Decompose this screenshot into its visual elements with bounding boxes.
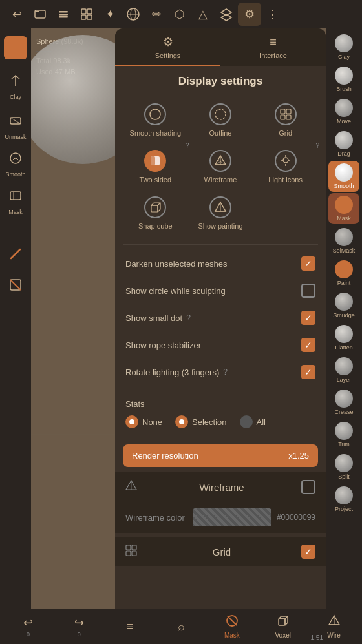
- brush-tool[interactable]: Brush: [328, 64, 359, 95]
- stroke-tool[interactable]: [4, 242, 27, 265]
- show-rope-checkbox[interactable]: ✓: [301, 338, 315, 352]
- outline-toggle[interactable]: Outline: [188, 97, 253, 143]
- undo-bottom-button[interactable]: ↩ 0: [3, 616, 54, 638]
- voxel-bottom-button[interactable]: Voxel: [257, 614, 308, 639]
- drag-icon: [335, 131, 353, 149]
- smooth-shading-toggle[interactable]: Smooth shading: [123, 97, 188, 143]
- display-settings-button[interactable]: ⚙: [238, 3, 261, 26]
- outline-icon: [209, 103, 231, 125]
- grid-toggle[interactable]: Grid: [253, 97, 318, 143]
- rotate-lighting-checkbox[interactable]: ✓: [301, 365, 315, 379]
- rotate-lighting-row[interactable]: Rotate lighting (3 fingers) ? ✓: [115, 358, 326, 386]
- drag-tool[interactable]: Drag: [328, 129, 359, 160]
- stats-all[interactable]: All: [240, 415, 266, 428]
- rotate-lighting-help-icon: ?: [223, 368, 228, 377]
- grid-button[interactable]: [75, 3, 98, 26]
- erase-tool[interactable]: [4, 273, 27, 296]
- search-bottom-button[interactable]: ⌕: [156, 620, 207, 634]
- redo-bottom-button[interactable]: ↪ 0: [54, 616, 105, 638]
- stats-none-label: None: [142, 417, 162, 427]
- selmask-tool[interactable]: SelMask: [328, 225, 359, 256]
- sym-tool[interactable]: [4, 69, 27, 92]
- light-button[interactable]: ✦: [98, 3, 122, 26]
- paint-tool[interactable]: Paint: [328, 258, 359, 289]
- svg-line-19: [11, 249, 20, 258]
- settings-tab-icon: ⚙: [163, 35, 173, 49]
- smooth-left-tool[interactable]: [4, 147, 27, 170]
- wireframe-section-checkbox[interactable]: [301, 480, 315, 494]
- mask-bottom-label: Mask: [224, 632, 240, 639]
- toggle-rows: Darken unselected meshes ✓ Show circle w…: [115, 247, 326, 388]
- svg-rect-6: [87, 9, 92, 14]
- show-small-dot-row[interactable]: Show small dot ? ✓: [115, 304, 326, 331]
- crease-icon: [335, 390, 353, 408]
- svg-rect-53: [132, 545, 136, 550]
- stats-none[interactable]: None: [125, 415, 162, 428]
- panel-tabs: ⚙ Settings ≡ Interface: [115, 28, 326, 66]
- crease-tool[interactable]: Crease: [328, 387, 359, 418]
- undo-button[interactable]: ↩: [5, 3, 28, 26]
- wireframe-toggle[interactable]: Wireframe: [188, 143, 253, 190]
- files-button[interactable]: [28, 3, 52, 26]
- more-button[interactable]: ⋮: [261, 3, 284, 26]
- grid-section-checkbox[interactable]: ✓: [301, 545, 315, 559]
- stack-button[interactable]: [215, 3, 238, 26]
- mask-bottom-button[interactable]: Mask: [206, 614, 257, 639]
- show-small-dot-checkbox[interactable]: ✓: [301, 311, 315, 325]
- svg-rect-55: [132, 551, 136, 556]
- smooth-tool[interactable]: Smooth: [328, 161, 359, 192]
- svg-rect-28: [286, 109, 291, 114]
- smudge-tool[interactable]: Smudge: [328, 290, 359, 321]
- wireframe-color-swatch[interactable]: [193, 508, 272, 526]
- trim-tool[interactable]: Trim: [328, 419, 359, 450]
- show-painting-toggle[interactable]: Show painting: [188, 190, 253, 236]
- version-text: 1.51: [311, 634, 323, 641]
- smooth-shading-icon: [144, 103, 166, 125]
- render-resolution-row[interactable]: Render resolution x1.25: [123, 444, 318, 467]
- show-circle-checkbox[interactable]: [301, 284, 315, 298]
- move-tool[interactable]: Move: [328, 96, 359, 127]
- mask-left-tool[interactable]: [4, 184, 27, 207]
- search-bottom-icon: ⌕: [178, 620, 185, 634]
- show-rope-row[interactable]: Show rope stabilizer ✓: [115, 331, 326, 358]
- sym-label: Clay: [10, 94, 21, 100]
- wireframe-section-header[interactable]: Wireframe: [115, 472, 326, 502]
- tab-interface[interactable]: ≡ Interface: [220, 28, 326, 66]
- menu-bottom-button[interactable]: ≡: [105, 620, 156, 634]
- svg-rect-30: [286, 115, 291, 119]
- svg-rect-32: [151, 156, 155, 165]
- wire-bottom-label: Wire: [327, 632, 341, 639]
- stats-selection[interactable]: Selection: [175, 415, 226, 428]
- show-circle-row[interactable]: Show circle while sculpting: [115, 277, 326, 304]
- color-swatch[interactable]: [4, 36, 27, 59]
- stats-selection-radio-inner: [179, 419, 184, 424]
- crease-label: Crease: [334, 409, 353, 415]
- light-icons-toggle[interactable]: Light icons ?: [253, 143, 318, 190]
- unmask-tool[interactable]: [4, 109, 27, 132]
- two-sided-toggle[interactable]: Two sided ?: [123, 143, 188, 190]
- pen-button[interactable]: ✏: [145, 3, 168, 26]
- stats-all-radio: [240, 415, 253, 428]
- darken-unselected-checkbox[interactable]: ✓: [301, 256, 315, 271]
- light-icons-help-icon: ?: [315, 142, 319, 149]
- tab-settings[interactable]: ⚙ Settings: [115, 28, 220, 66]
- snap-cube-toggle[interactable]: Snap cube: [123, 190, 188, 236]
- brush-label: Brush: [336, 86, 352, 92]
- move-icon: [335, 99, 353, 117]
- layer-tool[interactable]: Layer: [328, 355, 359, 386]
- flatten-tool[interactable]: Flatten: [328, 322, 359, 353]
- undo-count: 0: [27, 631, 30, 638]
- clay-tool[interactable]: Clay: [328, 32, 359, 63]
- bucket-button[interactable]: ⬡: [168, 3, 191, 26]
- layers-button[interactable]: [52, 3, 75, 26]
- darken-unselected-row[interactable]: Darken unselected meshes ✓: [115, 250, 326, 277]
- triangle-button[interactable]: △: [191, 3, 215, 26]
- project-tool[interactable]: Project: [328, 484, 359, 515]
- split-tool[interactable]: Split: [328, 452, 359, 483]
- mask-right-tool[interactable]: Mask: [328, 193, 359, 224]
- grid-section-icon: [125, 545, 137, 559]
- render-resolution-label: Render resolution: [132, 451, 288, 461]
- grid-section-header[interactable]: Grid ✓: [115, 537, 326, 566]
- grid-section-title: Grid: [142, 546, 301, 557]
- sphere-button[interactable]: [122, 3, 145, 26]
